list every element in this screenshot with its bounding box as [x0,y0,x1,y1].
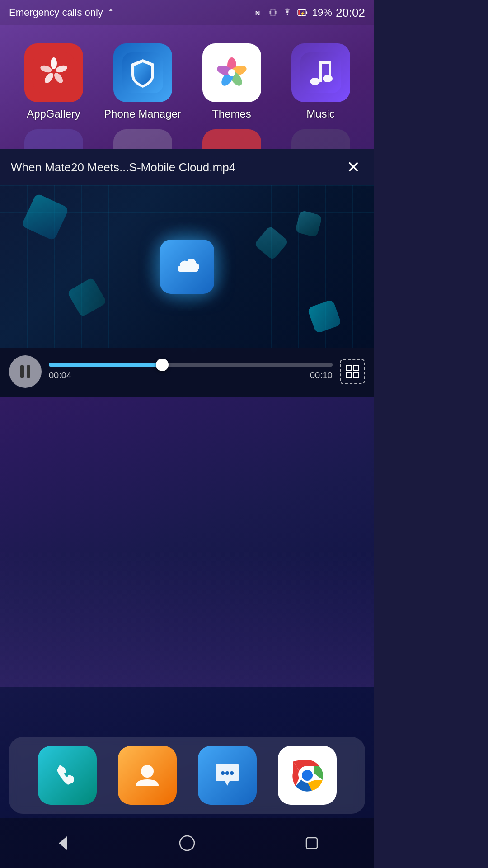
progress-track[interactable] [49,363,333,367]
app-icon-phonemanager [113,43,172,102]
recents-icon [303,834,321,852]
video-cloud-icon [160,240,214,294]
expand-button[interactable] [340,359,365,384]
svg-rect-31 [353,373,358,377]
dock-icon-phone [38,746,97,805]
current-time: 00:04 [49,370,71,381]
status-right: N ⚡ 19% 20:02 [254,6,365,20]
dock-item-phone[interactable] [38,746,97,805]
svg-point-52 [230,771,234,775]
app-label-appgallery: AppGallery [27,108,80,120]
svg-rect-3 [275,11,276,14]
phone-svg [52,760,83,791]
app-label-themes: Themes [212,108,251,120]
status-left: Emergency calls only [9,7,116,19]
nfc-icon: N [254,8,264,18]
svg-rect-29 [353,366,358,371]
app-icon-music [291,43,350,102]
svg-rect-58 [306,838,317,849]
svg-point-49 [141,765,154,778]
contacts-svg [131,760,163,791]
app-label-music: Music [306,108,335,120]
app-grid-row1: AppGallery [0,30,374,129]
progress-container: 00:04 00:10 [49,363,333,381]
signal-icon [106,8,116,18]
svg-point-23 [310,78,320,85]
battery-percent: 19% [312,7,332,19]
dock-item-messages[interactable] [198,746,257,805]
svg-rect-1 [271,9,275,16]
app-item-themes[interactable]: Themes [192,43,272,120]
svg-rect-25 [319,61,322,82]
svg-point-57 [180,836,194,850]
svg-rect-2 [270,11,271,14]
dock-icon-chrome [278,746,337,805]
app-item-phonemanager[interactable]: Phone Manager [103,43,183,120]
svg-marker-56 [59,836,67,850]
svg-point-50 [221,771,225,775]
video-content [0,185,374,348]
nav-home-button[interactable] [174,830,201,857]
video-title-bar: When Mate20 Meets...S-Mobile Cloud.mp4 ✕ [0,149,374,185]
video-close-button[interactable]: ✕ [343,157,363,177]
dock-icon-messages [198,746,257,805]
svg-rect-30 [347,373,352,377]
svg-text:⚡: ⚡ [300,11,305,16]
progress-fill [49,363,162,367]
svg-point-51 [225,771,229,775]
svg-rect-28 [347,366,352,371]
vibrate-icon [268,8,278,18]
dock [9,737,365,814]
home-icon [178,834,196,852]
video-title: When Mate20 Meets...S-Mobile Cloud.mp4 [11,160,235,175]
video-controls: 00:04 00:10 [0,348,374,397]
app-icon-appgallery [24,43,83,102]
pause-button[interactable] [9,355,42,388]
dock-item-chrome[interactable] [278,746,337,805]
progress-thumb[interactable] [156,359,169,371]
svg-point-21 [228,69,235,76]
time-display: 20:02 [336,6,365,20]
messages-svg [211,760,243,791]
dock-icon-contacts [118,746,177,805]
status-bar: Emergency calls only N ⚡ 19% 20:02 [0,0,374,25]
dock-item-contacts[interactable] [118,746,177,805]
svg-point-9 [51,57,57,69]
svg-rect-5 [306,11,307,14]
app-label-phonemanager: Phone Manager [104,108,181,120]
svg-point-24 [323,75,333,82]
cloud-svg [171,251,203,283]
svg-rect-27 [329,61,331,80]
total-time: 00:10 [310,370,333,381]
app-item-music[interactable]: Music [281,43,361,120]
svg-point-55 [302,770,313,781]
app-icon-themes [202,43,261,102]
pause-bar-right [27,365,30,378]
expand-icon [346,365,359,378]
emergency-text: Emergency calls only [9,7,103,19]
progress-row: 00:04 00:10 [9,355,365,388]
app-item-appgallery[interactable]: AppGallery [14,43,94,120]
nav-recents-button[interactable] [298,830,325,857]
pause-bar-left [20,365,24,378]
nav-bar [0,818,374,868]
battery-icon: ⚡ [297,8,309,18]
svg-text:N: N [255,9,260,17]
chrome-svg [289,757,325,793]
pause-icon [20,365,30,378]
wifi-icon [282,8,293,18]
time-row: 00:04 00:10 [49,370,333,381]
back-icon [53,834,71,852]
video-player: When Mate20 Meets...S-Mobile Cloud.mp4 ✕ [0,149,374,397]
nav-back-button[interactable] [49,830,76,857]
